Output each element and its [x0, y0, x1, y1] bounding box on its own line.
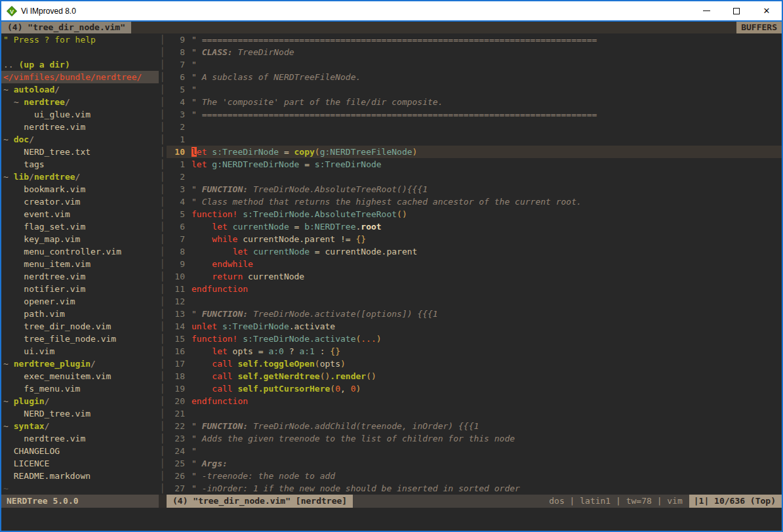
tree-item[interactable]: CHANGELOG	[1, 445, 159, 457]
code-line[interactable]: 7"	[167, 58, 782, 71]
tree-item[interactable]: menu_controller.vim	[1, 245, 159, 258]
tree-item[interactable]: flag_set.vim	[1, 220, 159, 233]
tree-item[interactable]: ~ lib/nerdtree/	[1, 171, 159, 183]
tree-item[interactable]: bookmark.vim	[1, 183, 159, 195]
window-split-separator[interactable]: │││││││││││││││││││││││││││││││││││││	[159, 33, 167, 495]
code-line[interactable]: 16 let opts = a:0 ? a:1 : {}	[167, 345, 782, 358]
separator-glyph: │	[159, 295, 167, 308]
tree-item[interactable]: ~ nerdtree/	[1, 96, 159, 108]
tree-item[interactable]: ui_glue.vim	[1, 108, 159, 121]
syntax-segment: tree_dir_node.vim	[3, 321, 111, 331]
code-line[interactable]: 23" Adds the given treenode to the list …	[167, 432, 782, 445]
tree-item[interactable]	[1, 46, 159, 58]
tree-item[interactable]: event.vim	[1, 208, 159, 220]
tree-item[interactable]: tree_dir_node.vim	[1, 320, 159, 333]
code-line[interactable]: 8" CLASS: TreeDirNode	[167, 46, 782, 58]
line-number: 9	[167, 33, 185, 46]
tree-item[interactable]: exec_menuitem.vim	[1, 370, 159, 382]
code-line[interactable]: 2	[167, 121, 782, 133]
tree-root-item[interactable]: </vimfiles/bundle/nerdtree/	[1, 71, 159, 83]
code-line[interactable]: 8 let currentNode = currentNode.parent	[167, 245, 782, 258]
code-line[interactable]: 3" =====================================…	[167, 108, 782, 121]
tree-item[interactable]: path.vim	[1, 308, 159, 320]
code-line[interactable]: 24"	[167, 445, 782, 457]
code-line[interactable]: 10 return currentNode	[167, 270, 782, 283]
syntax-segment	[228, 222, 233, 232]
code-line[interactable]: 14unlet s:TreeDirNode.activate	[167, 320, 782, 333]
code-line[interactable]: 26" -treenode: the node to add	[167, 470, 782, 482]
code-line[interactable]: 1	[167, 133, 782, 146]
code-line[interactable]: 7 while currentNode.parent != {}	[167, 233, 782, 245]
tree-item[interactable]: nerdtree.vim	[1, 270, 159, 283]
code-line[interactable]: 6 let currentNode = b:NERDTree.root	[167, 220, 782, 233]
code-line[interactable]: 18 call self.getNerdtree().render()	[167, 370, 782, 382]
code-line[interactable]: 27" -inOrder: 1 if the new node should b…	[167, 482, 782, 495]
code-line[interactable]: 2	[167, 171, 782, 183]
code-line[interactable]: 4" The 'composite' part of the file/dir …	[167, 96, 782, 108]
tree-item[interactable]: README.markdown	[1, 470, 159, 482]
tree-item[interactable]: notifier.vim	[1, 283, 159, 295]
syntax-segment: /	[65, 97, 70, 107]
code-line[interactable]: 5function! s:TreeDirNode.AbsoluteTreeRoo…	[167, 208, 782, 220]
code-line-current[interactable]: 10let s:TreeDirNode = copy(g:NERDTreeFil…	[167, 146, 782, 158]
code-line[interactable]: 9" =====================================…	[167, 33, 782, 46]
code-line[interactable]: 5"	[167, 83, 782, 96]
tab-tree-dir-node[interactable]: (4) "tree_dir_node.vim"	[1, 22, 131, 33]
tree-item[interactable]: nerdtree.vim	[1, 121, 159, 133]
tree-item[interactable]: fs_menu.vim	[1, 382, 159, 395]
syntax-segment: README.markdown	[3, 471, 90, 481]
code-line[interactable]: 21	[167, 407, 782, 420]
tree-item[interactable]: ~ nerdtree_plugin/	[1, 358, 159, 370]
tree-item[interactable]: opener.vim	[1, 295, 159, 308]
line-number: 1	[167, 158, 185, 171]
code-line[interactable]: 12	[167, 295, 782, 308]
tree-item[interactable]: ~	[1, 482, 159, 495]
tree-item[interactable]: .. (up a dir)	[1, 58, 159, 71]
syntax-segment: FUNCTION:	[202, 309, 253, 319]
tree-item[interactable]: creator.vim	[1, 195, 159, 208]
syntax-segment: "	[191, 184, 202, 194]
tree-item[interactable]: NERD_tree.vim	[1, 407, 159, 420]
separator-glyph: │	[159, 33, 167, 46]
line-number: 4	[167, 96, 185, 108]
code-line[interactable]: 25" Args:	[167, 457, 782, 470]
tree-item[interactable]: ~ autoload/	[1, 83, 159, 96]
code-line[interactable]: 11endfunction	[167, 283, 782, 295]
separator-glyph: │	[159, 382, 167, 395]
code-line[interactable]: 19 call self.putCursorHere(0, 0)	[167, 382, 782, 395]
line-number: 4	[167, 195, 185, 208]
code-line[interactable]: 13" FUNCTION: TreeDirNode.activate([opti…	[167, 308, 782, 320]
code-line[interactable]: 3" FUNCTION: TreeDirNode.AbsoluteTreeRoo…	[167, 183, 782, 195]
code-line[interactable]: 15function! s:TreeDirNode.activate(...)	[167, 333, 782, 345]
code-text: call self.toggleOpen(opts)	[185, 358, 346, 370]
command-line[interactable]	[1, 508, 782, 531]
title-bar[interactable]: V Vi IMproved 8.0 ✕	[1, 1, 782, 20]
tree-item[interactable]: tree_file_node.vim	[1, 333, 159, 345]
tree-item[interactable]: LICENCE	[1, 457, 159, 470]
tree-item[interactable]: ui.vim	[1, 345, 159, 358]
tree-item[interactable]: " Press ? for help	[1, 33, 159, 46]
tree-item[interactable]: ~ plugin/	[1, 395, 159, 407]
tree-item[interactable]: NERD_tree.txt	[1, 146, 159, 158]
syntax-segment: /	[75, 172, 81, 182]
code-line[interactable]: 1let g:NERDTreeDirNode = s:TreeDirNode	[167, 158, 782, 171]
code-line[interactable]: 17 call self.toggleOpen(opts)	[167, 358, 782, 370]
tree-item[interactable]: ~ syntax/	[1, 420, 159, 432]
code-line[interactable]: 22" FUNCTION: TreeDirNode.addChild(treen…	[167, 420, 782, 432]
syntax-segment: (	[315, 359, 320, 369]
code-line[interactable]: 9 endwhile	[167, 258, 782, 270]
statusline-fileinfo: dos | latin1 | tw=78 | vim	[549, 495, 689, 508]
code-line[interactable]: 20endfunction	[167, 395, 782, 407]
code-line[interactable]: 6" A subclass of NERDTreeFileNode.	[167, 71, 782, 83]
minimize-button[interactable]	[691, 1, 721, 20]
close-button[interactable]: ✕	[752, 1, 782, 20]
code-line[interactable]: 4" Class method that returns the highest…	[167, 195, 782, 208]
syntax-segment: call	[212, 359, 232, 369]
tree-item[interactable]: menu_item.vim	[1, 258, 159, 270]
maximize-button[interactable]	[721, 1, 752, 20]
tree-item[interactable]: nerdtree.vim	[1, 432, 159, 445]
tree-item[interactable]: ~ doc/	[1, 133, 159, 146]
line-number: 22	[167, 420, 185, 432]
tree-item[interactable]: tags	[1, 158, 159, 171]
tree-item[interactable]: key_map.vim	[1, 233, 159, 245]
